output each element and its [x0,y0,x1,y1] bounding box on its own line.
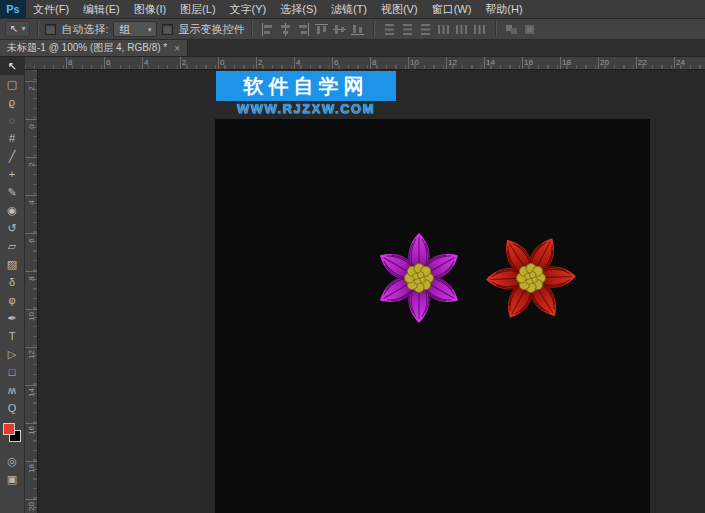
distribute-right-edges-icon [473,23,486,36]
menu-item[interactable]: 选择(S) [273,0,324,18]
distribute-right-edges-button[interactable] [471,21,488,38]
ruler-tick [446,57,447,69]
align-top-edges-button[interactable] [313,21,330,38]
auto-select-checkbox[interactable] [45,24,56,35]
ruler-label: 6 [334,58,338,67]
photoshop-window: Ps 文件(F)编辑(E)图像(I)图层(L)文字(Y)选择(S)滤镜(T)视图… [0,0,705,513]
quick-selection-tool-icon: ◌ [9,115,16,126]
eyedropper-tool-icon: ╱ [9,151,16,162]
watermark-title: 软件自学网 [216,71,396,101]
dodge-tool[interactable]: φ [0,291,25,309]
eraser-tool-icon: ▱ [8,241,16,252]
distribute-left-edges-button[interactable] [435,21,452,38]
align-left-edges-button[interactable] [259,21,276,38]
red-flower [476,223,586,333]
gradient-tool[interactable]: ▨ [0,255,25,273]
ruler-label: 0 [220,58,224,67]
ruler-tick [104,57,105,69]
ruler-label: 2 [27,82,36,95]
menu-item[interactable]: 图层(L) [173,0,222,18]
eyedropper-tool[interactable]: ╱ [0,147,25,165]
quick-mask-button-icon: ◎ [7,456,17,467]
menu-item[interactable]: 文件(F) [26,0,76,18]
zoom-tool[interactable]: Q [0,399,25,417]
screen-mode-button[interactable]: ▣ [0,470,25,488]
lasso-tool-icon: ϱ [9,97,15,108]
options-bar: ↖ ▾ 自动选择: 组 ▾ 显示变换控件 [0,19,705,40]
menu-item[interactable]: 滤镜(T) [324,0,374,18]
distribute-bottom-edges-button[interactable] [417,21,434,38]
chevron-down-icon: ▾ [21,25,25,33]
ruler-label: 18 [562,58,571,67]
path-selection-tool[interactable]: ▷ [0,345,25,363]
quick-selection-tool[interactable]: ◌ [0,111,25,129]
ruler-tick [636,57,637,69]
distribute-top-edges-button[interactable] [381,21,398,38]
rectangular-marquee-tool-icon: ▢ [7,79,17,90]
lasso-tool[interactable]: ϱ [0,93,25,111]
pen-tool[interactable]: ✒ [0,309,25,327]
distribute-vertical-centers-button[interactable] [399,21,416,38]
menu-item[interactable]: 编辑(E) [76,0,127,18]
move-tool[interactable]: ↖ [0,57,25,75]
hand-tool[interactable]: ʍ [0,381,25,399]
distribute-bottom-edges-icon [419,23,432,36]
foreground-color-swatch[interactable] [3,423,15,435]
ruler-label: 10 [27,310,36,323]
ruler-label: 20 [600,58,609,67]
menu-item[interactable]: 视图(V) [374,0,425,18]
crop-tool[interactable]: # [0,129,25,147]
type-tool[interactable]: T [0,327,25,345]
auto-select-dropdown[interactable]: 组 ▾ [113,21,157,37]
spot-healing-brush-tool[interactable]: + [0,165,25,183]
history-brush-tool-icon: ↺ [7,223,16,234]
tab-close-button[interactable]: × [174,43,180,54]
tool-preset-picker[interactable]: ↖ ▾ [5,21,30,37]
photoshop-logo[interactable]: Ps [0,0,26,18]
ruler-label: 14 [486,58,495,67]
align-horizontal-centers-button[interactable] [277,21,294,38]
show-transform-label: 显示变换控件 [178,22,244,37]
distribute-buttons [381,21,488,38]
menu-item[interactable]: 图像(I) [127,0,173,18]
3d-mode-icon [523,23,536,36]
distribute-horizontal-centers-button[interactable] [453,21,470,38]
canvas-area[interactable]: 软件自学网 WWW.RJZXW.COM [38,70,705,513]
ruler-label: 8 [68,58,72,67]
show-transform-checkbox[interactable] [162,24,173,35]
menu-item[interactable]: 帮助(H) [478,0,529,18]
align-right-edges-button[interactable] [295,21,312,38]
ruler-tick [332,57,333,69]
crop-tool-icon: # [9,133,15,144]
menu-item[interactable]: 文字(Y) [223,0,274,18]
purple-flower [364,223,474,333]
brush-tool[interactable]: ✎ [0,183,25,201]
ruler-tick [598,57,599,69]
eraser-tool[interactable]: ▱ [0,237,25,255]
shape-tool[interactable]: □ [0,363,25,381]
blur-tool-icon: δ [9,277,15,288]
rectangular-marquee-tool[interactable]: ▢ [0,75,25,93]
auto-align-layers-icon [505,23,518,36]
3d-mode-button[interactable] [521,21,538,38]
align-vertical-centers-button[interactable] [331,21,348,38]
blur-tool[interactable]: δ [0,273,25,291]
type-tool-icon: T [9,331,16,342]
auto-align-layers-button[interactable] [503,21,520,38]
clone-stamp-tool[interactable]: ◉ [0,201,25,219]
ruler-tick [560,57,561,69]
ruler-label: 24 [676,58,685,67]
align-vertical-centers-icon [333,23,346,36]
gradient-tool-icon: ▨ [7,259,17,270]
quick-mask-button[interactable]: ◎ [0,452,25,470]
menu-item[interactable]: 窗口(W) [425,0,479,18]
history-brush-tool[interactable]: ↺ [0,219,25,237]
ruler-tick [256,57,257,69]
align-bottom-edges-button[interactable] [349,21,366,38]
move-tool-icon: ↖ [7,61,16,72]
ruler-tick [66,57,67,69]
menu-bar: Ps 文件(F)编辑(E)图像(I)图层(L)文字(Y)选择(S)滤镜(T)视图… [0,0,705,19]
zoom-tool-icon: Q [8,403,17,414]
document-tab[interactable]: 未标题-1 @ 100% (图层 4, RGB/8) * × [0,40,188,56]
extra-option-buttons [503,21,538,38]
